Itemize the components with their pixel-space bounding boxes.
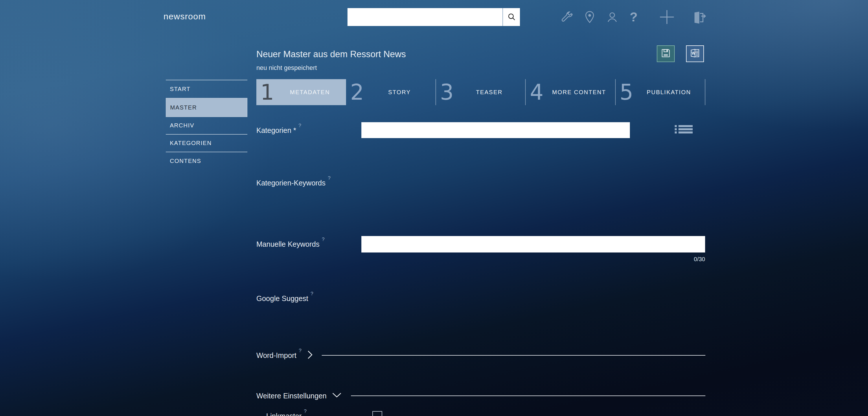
chevron-right-icon[interactable] [307,350,313,360]
manuelle-keywords-input[interactable] [361,236,705,252]
word-import-label: Word-Import? [256,351,302,360]
wizard-steps: 1 METADATEN 2 STORY 3 TEASER 4 MORE CONT… [256,79,705,105]
google-suggest-label: Google Suggest? [256,294,705,303]
wizard-step-more-content[interactable]: 4 MORE CONTENT [526,79,615,105]
sidebar-item-master[interactable]: MASTER [166,98,247,117]
page-status: neu nicht gespeichert [256,64,317,72]
section-weitere-einstellungen: Weitere Einstellungen [256,388,705,403]
manuelle-keywords-help[interactable]: ? [322,237,324,242]
manuelle-keywords-label: Manuelle Keywords? [256,240,324,248]
weitere-einstellungen-label: Weitere Einstellungen [256,392,327,400]
kategorien-label: Kategorien *? [256,126,301,135]
category-list-icon[interactable] [675,125,693,134]
kategorien-keywords-help[interactable]: ? [328,175,331,181]
step-number: 4 [530,81,544,103]
search-icon [507,12,516,22]
save-button[interactable] [657,45,675,62]
search-button[interactable] [503,8,520,26]
google-suggest-help[interactable]: ? [310,291,313,297]
linkmaster-label: Linkmaster? [266,412,307,416]
search-bar [347,8,520,26]
kategorien-help[interactable]: ? [299,123,301,128]
settings-wrench-icon[interactable] [560,10,574,24]
help-icon[interactable]: ? [628,10,640,24]
location-pin-icon[interactable] [583,10,596,24]
linkmaster-help[interactable]: ? [304,409,306,414]
svg-text:W: W [692,51,696,56]
page-title: Neuer Master aus dem Ressort News [256,49,406,60]
wizard-step-story[interactable]: 2 STORY [346,79,436,105]
app-background: newsroom ? [0,0,868,416]
linkmaster-checkbox[interactable] [372,411,382,416]
section-word-import: Word-Import? [256,348,705,362]
step-number: 5 [620,81,633,103]
sidebar-item-kategorien[interactable]: KATEGORIEN [166,135,247,152]
logout-door-icon[interactable] [692,10,707,25]
wizard-step-teaser[interactable]: 3 TEASER [436,79,526,105]
step-label: MORE CONTENT [543,89,615,96]
step-number: 3 [440,81,454,103]
chevron-down-icon[interactable] [332,392,342,399]
field-kategorien-keywords: Kategorien-Keywords? [256,178,705,187]
search-input[interactable] [347,8,503,26]
step-number: 2 [350,81,364,103]
weitere-einstellungen-divider [351,395,705,396]
kategorien-input[interactable] [361,122,630,138]
kategorien-keywords-label: Kategorien-Keywords? [256,178,705,187]
field-manuelle-keywords: Manuelle Keywords? 0/30 [256,234,705,266]
add-new-icon[interactable] [659,9,675,25]
step-label: TEASER [454,89,525,96]
word-document-icon: W [689,47,701,60]
wizard-step-metadaten[interactable]: 1 METADATEN [256,79,346,105]
word-import-help[interactable]: ? [299,348,301,353]
app-logo: newsroom [163,11,206,22]
wizard-step-publikation[interactable]: 5 PUBLIKATION [616,79,705,105]
save-disk-icon [660,48,671,60]
word-export-button[interactable]: W [686,45,704,62]
step-label: METADATEN [274,89,346,96]
sidebar-item-contens[interactable]: CONTENS [166,152,247,170]
word-import-divider [322,355,705,356]
field-linkmaster: Linkmaster? [256,410,705,416]
sidebar-nav: START MASTER ARCHIV KATEGORIEN CONTENS [166,80,247,170]
sidebar-item-archiv[interactable]: ARCHIV [166,117,247,135]
step-number: 1 [260,81,274,103]
step-label: PUBLIKATION [633,89,705,96]
user-profile-icon[interactable] [606,10,619,24]
sidebar-item-start[interactable]: START [166,80,247,98]
field-google-suggest: Google Suggest? [256,294,705,303]
field-kategorien: Kategorien *? [256,120,705,140]
step-label: STORY [363,89,435,96]
keyword-counter: 0/30 [361,256,705,263]
